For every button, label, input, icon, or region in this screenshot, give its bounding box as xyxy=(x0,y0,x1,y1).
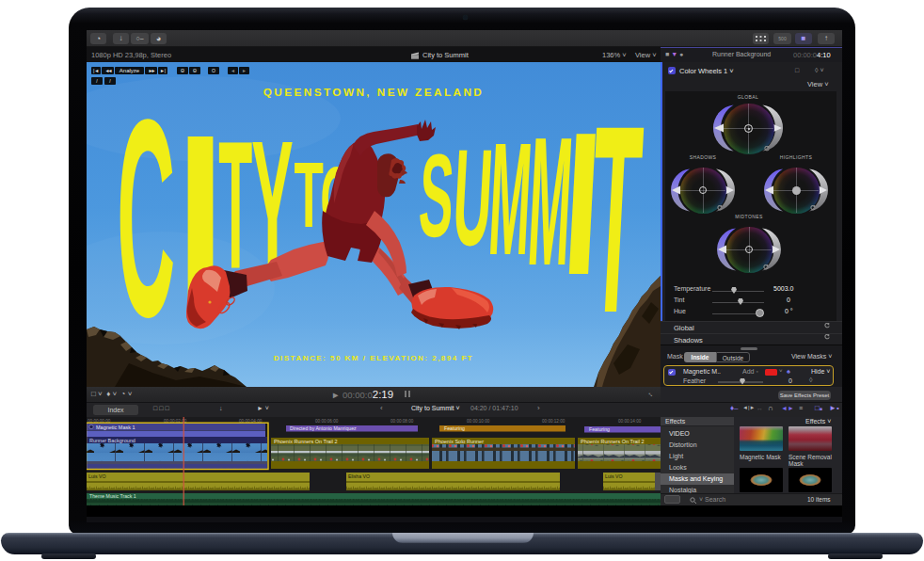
svg-text:00:00:14:00: 00:00:14:00 xyxy=(618,419,642,424)
svg-text:00:00:12:00: 00:00:12:00 xyxy=(542,419,566,424)
svg-text:Luis VO: Luis VO xyxy=(605,473,622,479)
svg-text:00:00:06:00: 00:00:06:00 xyxy=(315,419,339,424)
svg-text:00:00:08:00: 00:00:08:00 xyxy=(390,419,414,424)
svg-text:Elisha VO: Elisha VO xyxy=(348,473,370,479)
svg-text:QUEENSTOWN, NEW ZEALAND: QUEENSTOWN, NEW ZEALAND xyxy=(263,86,485,99)
svg-text:Magnetic Mask 1: Magnetic Mask 1 xyxy=(96,425,135,430)
svg-text:Luis VO: Luis VO xyxy=(88,473,105,479)
svg-text:Featuring: Featuring xyxy=(444,425,465,431)
svg-text:DISTANCE: 50 KM / ELEVATION: 2: DISTANCE: 50 KM / ELEVATION: 2,894 FT xyxy=(274,354,473,362)
svg-text:C: C xyxy=(117,62,175,376)
svg-text:00:00:10:00: 00:00:10:00 xyxy=(467,419,490,424)
svg-text:Theme Music Track 1: Theme Music Track 1 xyxy=(89,493,136,499)
svg-text:Phoenix Runners On Trail 2: Phoenix Runners On Trail 2 xyxy=(274,439,338,444)
svg-text:T: T xyxy=(294,143,323,248)
svg-text:Featuring: Featuring xyxy=(589,426,610,432)
svg-text:Phoenix Solo Runner: Phoenix Solo Runner xyxy=(435,439,484,444)
svg-text:Phoenix Runners On Trail 2: Phoenix Runners On Trail 2 xyxy=(581,439,645,444)
svg-text:Directed by Antonio Manriquez: Directed by Antonio Manriquez xyxy=(290,425,357,431)
svg-text:Runner Background: Runner Background xyxy=(89,438,135,443)
